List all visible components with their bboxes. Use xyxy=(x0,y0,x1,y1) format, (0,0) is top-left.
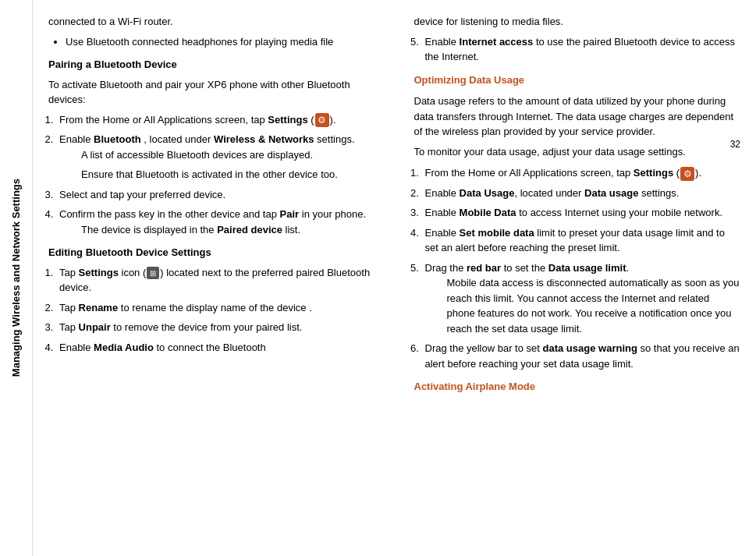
bullet-item-1: Use Bluetooth connected headphones for p… xyxy=(66,34,375,50)
editing-step-4: Enable Media Audio to connect the Blueto… xyxy=(56,340,375,356)
editing-heading: Editing Bluetooth Device Settings xyxy=(48,245,375,260)
page-number: 32 xyxy=(730,139,740,150)
pairing-intro: To activate Bluetooth and pair your XP6 … xyxy=(48,77,375,108)
opt-steps-list: From the Home or All Applications screen… xyxy=(422,165,741,371)
settings-icon-1 xyxy=(315,113,329,127)
right-step-5: Enable Internet access to use the paired… xyxy=(422,34,741,65)
pairing-step-1: From the Home or All Applications screen… xyxy=(56,112,375,128)
optimizing-heading: Optimizing Data Usage xyxy=(414,73,741,88)
settings-icon-2 xyxy=(680,167,694,181)
pairing-sub-2b: Ensure that Bluetooth is activated in th… xyxy=(81,167,375,182)
pairing-steps-list: From the Home or All Applications screen… xyxy=(56,112,375,238)
right-step-5-list: Enable Internet access to use the paired… xyxy=(422,34,741,65)
main-content: connected to a Wi-Fi router. Use Bluetoo… xyxy=(33,0,756,556)
opt-step-3: Enable Mobile Data to access Internet us… xyxy=(422,205,741,221)
left-column: connected to a Wi-Fi router. Use Bluetoo… xyxy=(48,14,383,542)
airplane-heading: Activating Airplane Mode xyxy=(414,379,741,395)
opt-step-2: Enable Data Usage, located under Data us… xyxy=(422,186,741,201)
sidebar: Managing Wireless and Network Settings xyxy=(0,0,33,556)
pairing-heading: Pairing a Bluetooth Device xyxy=(48,57,375,73)
bullet-list: Use Bluetooth connected headphones for p… xyxy=(66,34,375,50)
opt-step-6: Drag the yellow bar to set data usage wa… xyxy=(422,341,741,371)
end-text: device for listening to media files. xyxy=(414,14,741,30)
pairing-step-2: Enable Bluetooth , located under Wireles… xyxy=(56,132,375,182)
intro-text: connected to a Wi-Fi router. xyxy=(48,14,375,30)
right-column: 32 device for listening to media files. … xyxy=(406,14,741,542)
pairing-sub-2a: A list of accessible Bluetooth devices a… xyxy=(81,147,375,163)
editing-step-1: Tap Settings icon () located next to the… xyxy=(56,265,375,296)
editing-steps-list: Tap Settings icon () located next to the… xyxy=(56,265,375,356)
editing-step-2: Tap Rename to rename the display name of… xyxy=(56,300,375,316)
editing-step-3: Tap Unpair to remove the device from you… xyxy=(56,320,375,335)
pairing-step-4: Confirm the pass key in the other device… xyxy=(56,207,375,237)
opt-step-1: From the Home or All Applications screen… xyxy=(422,165,741,181)
opt-step-4: Enable Set mobile data limit to preset y… xyxy=(422,225,741,256)
opt-sub-5a: Mobile data access is disconnected autom… xyxy=(447,275,741,336)
bt-icon-1 xyxy=(147,267,159,279)
opt-intro-1: Data usage refers to the amount of data … xyxy=(414,94,741,140)
opt-step-5: Drag the red bar to set the Data usage l… xyxy=(422,260,741,337)
sidebar-label: Managing Wireless and Network Settings xyxy=(10,179,22,377)
pairing-sub-4a: The device is displayed in the Paired de… xyxy=(81,222,375,238)
opt-intro-2: To monitor your data usage, adjust your … xyxy=(414,144,741,160)
pairing-step-3: Select and tap your preferred device. xyxy=(56,187,375,203)
